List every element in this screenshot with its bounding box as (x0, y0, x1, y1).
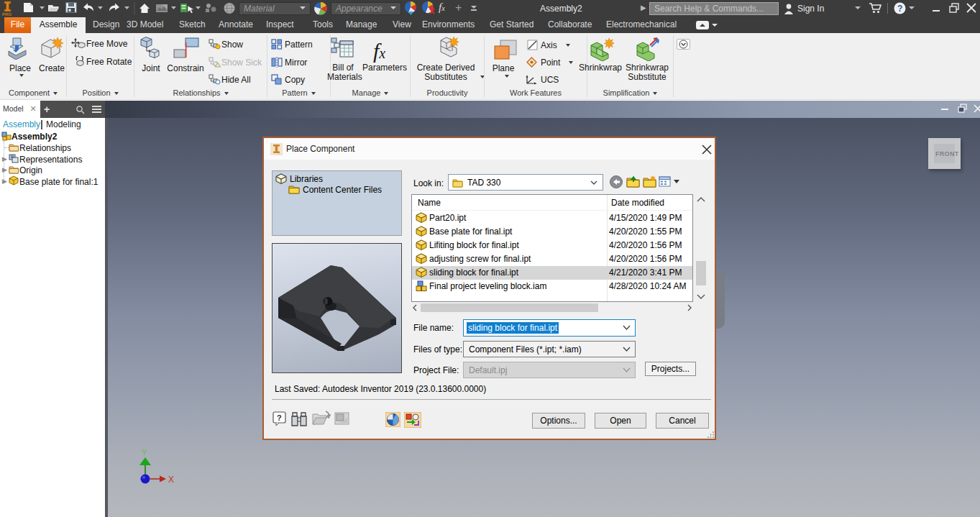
svg-text:Y: Y (142, 448, 147, 457)
svg-text:...: ... (278, 151, 280, 155)
svg-text:X: X (168, 475, 174, 485)
svg-text:?: ? (897, 4, 902, 14)
svg-text:?: ? (277, 413, 282, 422)
svg-text:PRO: PRO (2, 12, 12, 17)
